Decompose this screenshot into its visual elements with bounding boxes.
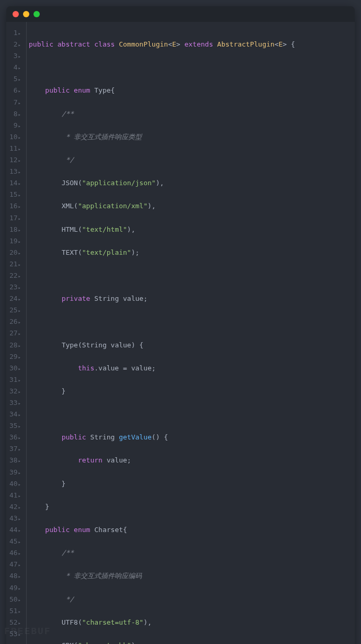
fold-icon[interactable]: ▸: [18, 123, 21, 129]
fold-icon[interactable]: ▸: [18, 586, 21, 591]
fold-icon[interactable]: ▸: [18, 482, 21, 487]
code-line[interactable]: */: [29, 154, 351, 166]
code-line[interactable]: public String getValue() {: [29, 432, 351, 443]
fold-icon[interactable]: ▸: [18, 597, 21, 603]
line-number: 10▸: [6, 131, 23, 143]
fold-icon[interactable]: ▸: [18, 181, 21, 186]
fold-icon[interactable]: ▸: [18, 424, 21, 429]
line-number: 38▸: [6, 455, 23, 466]
titlebar: [6, 6, 355, 22]
fold-icon[interactable]: ▸: [18, 297, 21, 302]
code-line[interactable]: TEXT("text/plain");: [29, 247, 351, 258]
line-number: 46▸: [6, 547, 23, 559]
code-line[interactable]: [29, 409, 351, 420]
code-line[interactable]: return value;: [29, 455, 351, 466]
code-line[interactable]: * 非交互式插件响应类型: [29, 131, 351, 143]
fold-icon[interactable]: ▸: [18, 516, 21, 522]
line-number: 36▸: [6, 432, 23, 443]
code-line[interactable]: public enum Type{: [29, 85, 351, 96]
code-line[interactable]: JSON("application/json"),: [29, 177, 351, 189]
fold-icon[interactable]: ▸: [18, 112, 21, 117]
close-icon[interactable]: [13, 11, 19, 17]
fold-icon[interactable]: ▸: [18, 355, 21, 360]
fold-icon[interactable]: ▸: [18, 170, 21, 175]
fold-icon[interactable]: ▸: [18, 620, 21, 626]
line-number: 4▸: [6, 62, 23, 73]
maximize-icon[interactable]: [33, 11, 40, 17]
fold-icon[interactable]: ▸: [18, 609, 21, 614]
fold-icon[interactable]: ▸: [18, 193, 21, 198]
fold-icon[interactable]: ▸: [18, 343, 21, 348]
fold-icon[interactable]: ▸: [18, 204, 21, 209]
fold-icon[interactable]: ▸: [18, 65, 21, 71]
fold-icon[interactable]: ▸: [18, 539, 21, 545]
line-number: 7▸: [6, 97, 23, 108]
fold-icon[interactable]: ▸: [18, 274, 21, 279]
line-number: 52▸: [6, 617, 23, 628]
fold-icon[interactable]: ▸: [18, 366, 21, 371]
fold-icon[interactable]: ▸: [18, 100, 21, 106]
code-editor[interactable]: 1▸ 2▸ 3▸ 4▸ 5▸ 6▸ 7▸ 8▸ 9▸ 10▸ 11▸ 12▸ 1…: [6, 22, 355, 644]
fold-icon[interactable]: ▸: [18, 401, 21, 406]
fold-icon[interactable]: ▸: [18, 146, 21, 152]
fold-icon[interactable]: ▸: [18, 88, 21, 94]
editor-window: 1▸ 2▸ 3▸ 4▸ 5▸ 6▸ 7▸ 8▸ 9▸ 10▸ 11▸ 12▸ 1…: [6, 6, 355, 644]
fold-icon[interactable]: ▸: [18, 158, 21, 163]
fold-icon[interactable]: ▸: [18, 528, 21, 533]
line-number: 25▸: [6, 304, 23, 316]
fold-icon[interactable]: ▸: [18, 135, 21, 140]
fold-icon[interactable]: ▸: [18, 412, 21, 417]
code-line[interactable]: Type(String value) {: [29, 340, 351, 351]
fold-icon[interactable]: ▸: [18, 31, 21, 36]
minimize-icon[interactable]: [23, 11, 29, 17]
fold-icon[interactable]: ▸: [18, 505, 21, 510]
code-line[interactable]: /**: [29, 108, 351, 120]
fold-icon[interactable]: ▸: [18, 308, 21, 313]
code-line[interactable]: private String value;: [29, 293, 351, 304]
fold-icon[interactable]: ▸: [18, 216, 21, 221]
line-number: 50▸: [6, 594, 23, 605]
code-line[interactable]: GBK("charset=gbk"),: [29, 640, 351, 644]
code-line[interactable]: [29, 270, 351, 281]
code-line[interactable]: XML("application/xml"),: [29, 200, 351, 212]
code-line[interactable]: public abstract class CommonPlugin<E> ex…: [29, 39, 351, 50]
fold-icon[interactable]: ▸: [18, 42, 21, 48]
code-line[interactable]: }: [29, 386, 351, 397]
code-line[interactable]: /**: [29, 547, 351, 559]
fold-icon[interactable]: ▸: [18, 320, 21, 325]
line-number: 19▸: [6, 235, 23, 247]
fold-icon[interactable]: ▸: [18, 470, 21, 476]
line-number: 16▸: [6, 200, 23, 212]
fold-icon[interactable]: ▸: [18, 331, 21, 336]
fold-icon[interactable]: ▸: [18, 574, 21, 579]
fold-icon[interactable]: ▸: [18, 251, 21, 256]
fold-icon[interactable]: ▸: [18, 285, 21, 290]
fold-icon[interactable]: ▸: [18, 435, 21, 440]
line-number: 24▸: [6, 293, 23, 304]
code-area[interactable]: public abstract class CommonPlugin<E> ex…: [26, 22, 355, 644]
code-line[interactable]: this.value = value;: [29, 363, 351, 374]
code-line[interactable]: }: [29, 501, 351, 513]
fold-icon[interactable]: ▸: [18, 458, 21, 464]
fold-icon[interactable]: ▸: [18, 447, 21, 452]
fold-icon[interactable]: ▸: [18, 632, 21, 637]
fold-icon[interactable]: ▸: [18, 378, 21, 383]
code-line[interactable]: public enum Charset{: [29, 524, 351, 536]
fold-icon[interactable]: ▸: [18, 493, 21, 499]
fold-icon[interactable]: ▸: [18, 562, 21, 568]
code-line[interactable]: }: [29, 478, 351, 490]
fold-icon[interactable]: ▸: [18, 77, 21, 82]
fold-icon[interactable]: ▸: [18, 228, 21, 233]
fold-icon[interactable]: ▸: [18, 239, 21, 244]
line-number: 2▸: [6, 39, 23, 50]
code-line[interactable]: */: [29, 594, 351, 605]
fold-icon[interactable]: ▸: [18, 551, 21, 556]
code-line[interactable]: HTML("text/html"),: [29, 224, 351, 235]
code-line[interactable]: UTF8("charset=utf-8"),: [29, 617, 351, 628]
code-line[interactable]: [29, 62, 351, 73]
fold-icon[interactable]: ▸: [18, 54, 21, 59]
code-line[interactable]: * 非交互式插件响应编码: [29, 570, 351, 582]
fold-icon[interactable]: ▸: [18, 262, 21, 267]
fold-icon[interactable]: ▸: [18, 389, 21, 394]
code-line[interactable]: [29, 316, 351, 327]
